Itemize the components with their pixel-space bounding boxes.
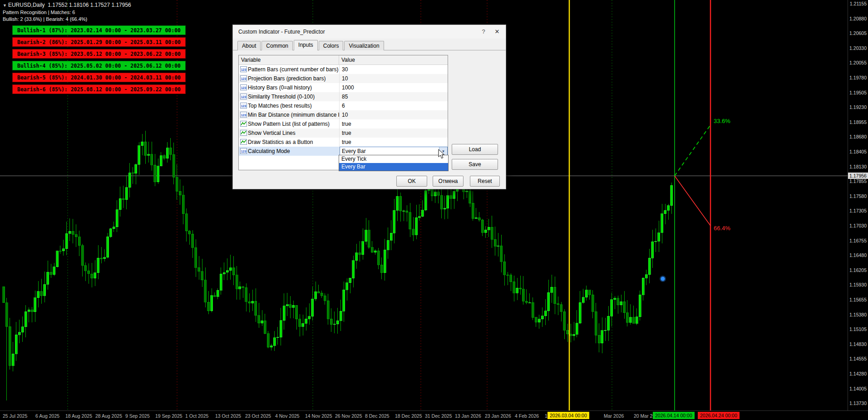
- price-tick: 1.13730: [848, 400, 867, 406]
- svg-text:123: 123: [241, 86, 246, 89]
- tab-colors[interactable]: Colors: [319, 41, 344, 50]
- input-name: History Bars (0=all history): [248, 84, 339, 91]
- pattern-list: Bullish-1 (87%): 2023.02.14 00:00 - 2023…: [12, 25, 186, 96]
- price-tick: 1.15380: [848, 312, 867, 317]
- table-header: Variable Value: [239, 55, 448, 65]
- pattern-button-6[interactable]: Bearish-6 (85%): 2025.08.12 00:00 - 2025…: [12, 84, 186, 94]
- input-value[interactable]: 30: [339, 65, 448, 74]
- mt4-chart-window: 33.6%66.4% ▼EURUSD,Daily 1.17552 1.18106…: [0, 0, 868, 420]
- price-tick: 1.14555: [848, 356, 867, 361]
- close-button[interactable]: ✕: [490, 27, 504, 37]
- numeric-input-icon: 123: [239, 65, 248, 74]
- svg-text:123: 123: [241, 77, 246, 80]
- dropdown-option[interactable]: Every Tick: [339, 155, 448, 163]
- pattern-button-5[interactable]: Bearish-5 (85%): 2024.01.30 00:00 - 2024…: [12, 73, 186, 82]
- time-label: 31 Dec 2025: [425, 413, 452, 419]
- price-tick: 1.21155: [848, 1, 867, 6]
- input-name: Show Vertical Lines: [248, 130, 339, 136]
- price-tick: 1.16205: [848, 267, 867, 273]
- time-label: Mar 2026: [604, 413, 624, 419]
- price-tick: 1.16755: [848, 238, 867, 243]
- time-label: 25 Jul 2025: [3, 413, 27, 419]
- input-row[interactable]: 123 Min Bar Distance (minimum distance b…: [239, 110, 448, 119]
- time-tag-red: 2026.04.24 00:00: [698, 412, 740, 419]
- chevron-down-icon[interactable]: ▾: [439, 147, 447, 155]
- input-value[interactable]: 10: [339, 110, 448, 119]
- input-value[interactable]: true: [339, 138, 448, 147]
- input-row[interactable]: 123 Projection Bars (prediction bars) 10: [239, 74, 448, 83]
- time-label: 4 Feb 2026: [515, 413, 539, 419]
- tab-visualization[interactable]: Visualization: [344, 41, 384, 50]
- numeric-input-icon: 123: [239, 93, 248, 101]
- input-name: Min Bar Distance (minimum distance bet..…: [248, 112, 339, 118]
- svg-text:123: 123: [241, 95, 246, 99]
- time-label: 19 Sep 2025: [155, 413, 182, 419]
- symbol-quote-line: ▼EURUSD,Daily 1.17552 1.18106 1.17527 1.…: [3, 2, 131, 9]
- pattern-button-1[interactable]: Bullish-1 (87%): 2023.02.14 00:00 - 2023…: [12, 25, 186, 35]
- input-row[interactable]: 123 Pattern Bars (current number of bars…: [239, 65, 448, 74]
- dialog-title: Custom Indicator - Future_Predictor: [238, 29, 477, 35]
- pattern-button-4[interactable]: Bullish-4 (85%): 2025.05.02 00:00 - 2025…: [12, 61, 186, 70]
- price-tick: 1.15655: [848, 297, 867, 302]
- ok-button[interactable]: OK: [396, 176, 427, 187]
- help-button[interactable]: ?: [477, 27, 490, 37]
- time-axis[interactable]: 25 Jul 20256 Aug 202518 Aug 202528 Aug 2…: [0, 410, 868, 420]
- price-axis[interactable]: 1.211551.208801.206051.203301.200551.197…: [848, 0, 868, 411]
- tab-about[interactable]: About: [237, 41, 261, 50]
- input-row[interactable]: Show Pattern List (list of patterns) tru…: [239, 119, 448, 128]
- dropdown-option[interactable]: Every Bar: [339, 163, 448, 171]
- input-value[interactable]: true: [339, 128, 448, 138]
- pattern-button-3[interactable]: Bearish-3 (85%): 2023.05.12 00:00 - 2023…: [12, 49, 186, 59]
- input-row[interactable]: 123 History Bars (0=all history) 1000: [239, 83, 448, 92]
- price-tick: 1.19780: [848, 75, 867, 80]
- calculating-mode-combo[interactable]: Every Bar ▾: [340, 147, 448, 156]
- svg-text:123: 123: [241, 68, 246, 71]
- time-label: 6 Aug 2025: [35, 413, 59, 419]
- indicator-dialog: Custom Indicator - Future_Predictor ? ✕ …: [232, 25, 506, 189]
- numeric-input-icon: 123: [239, 111, 248, 119]
- indicator-input-icon: [239, 138, 248, 146]
- reset-button[interactable]: Reset: [470, 176, 500, 187]
- cancel-button[interactable]: Отмена: [433, 176, 464, 187]
- save-button[interactable]: Save: [452, 159, 498, 170]
- tab-common[interactable]: Common: [261, 41, 293, 50]
- input-row[interactable]: 123 Calculating Mode Every Bar ▾: [239, 147, 448, 156]
- input-name: Draw Statistics as a Button: [248, 139, 339, 145]
- time-tag-yellow: 2026.03.04 00:00: [547, 412, 589, 419]
- input-name: Projection Bars (prediction bars): [248, 75, 339, 82]
- price-tick: 1.15105: [848, 326, 867, 332]
- input-value[interactable]: 85: [339, 92, 448, 101]
- symbol-label: EURUSD,Daily: [8, 2, 45, 8]
- input-row[interactable]: 123 Top Matches (best results) 6: [239, 101, 448, 110]
- time-label: 23 Oct 2025: [245, 413, 271, 419]
- time-label: 1 Oct 2025: [185, 413, 208, 419]
- dialog-tabs: AboutCommonInputsColorsVisualization: [233, 39, 506, 50]
- price-tick: 1.15930: [848, 282, 867, 287]
- price-tick: 1.16480: [848, 252, 867, 258]
- time-label: 13 Jan 2026: [455, 413, 481, 419]
- time-label: 26 Nov 2025: [335, 413, 362, 419]
- input-name: Pattern Bars (current number of bars): [248, 66, 339, 73]
- input-value[interactable]: true: [339, 119, 448, 128]
- indicator-input-icon: [239, 129, 248, 137]
- pattern-button-2[interactable]: Bearish-2 (86%): 2025.01.29 00:00 - 2025…: [12, 37, 186, 47]
- svg-text:123: 123: [241, 114, 246, 117]
- price-tick: 1.17855: [848, 178, 867, 184]
- dialog-titlebar[interactable]: Custom Indicator - Future_Predictor ? ✕: [233, 25, 506, 39]
- input-row[interactable]: Show Vertical Lines true: [239, 128, 448, 138]
- input-value[interactable]: 1000: [339, 83, 448, 92]
- price-tick: 1.17305: [848, 208, 867, 213]
- tab-inputs[interactable]: Inputs: [294, 40, 318, 50]
- time-label: 18 Aug 2025: [65, 413, 92, 419]
- input-value[interactable]: 10: [339, 74, 448, 83]
- price-tick: 1.18405: [848, 149, 867, 154]
- calculating-mode-dropdown-list: Every TickEvery Bar: [339, 155, 449, 171]
- input-row[interactable]: 123 Similarity Threshold (0-100) 85: [239, 92, 448, 101]
- input-value[interactable]: 6: [339, 101, 448, 110]
- load-button[interactable]: Load: [452, 144, 498, 155]
- time-label: 4 Nov 2025: [275, 413, 300, 419]
- current-price-tag: 1.17956: [848, 173, 868, 179]
- price-tick: 1.14280: [848, 371, 867, 376]
- input-row[interactable]: Draw Statistics as a Button true: [239, 138, 448, 147]
- svg-text:123: 123: [241, 150, 246, 153]
